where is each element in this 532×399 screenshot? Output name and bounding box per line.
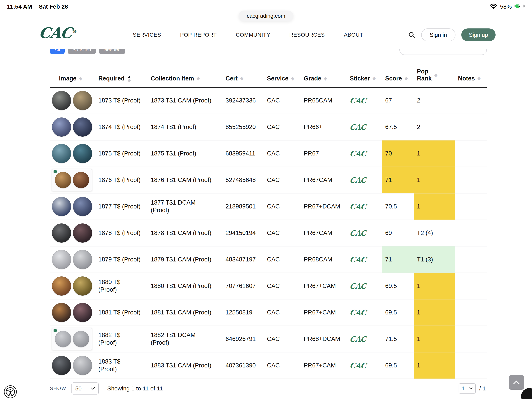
coin-images[interactable] xyxy=(52,117,95,137)
coin-images[interactable] xyxy=(52,224,95,243)
cert-cell: 407361390 xyxy=(222,352,264,379)
pop-rank-cell: T2 (4) xyxy=(414,220,455,246)
service-text: CAC xyxy=(267,203,280,210)
column-header-cert[interactable]: Cert◆ xyxy=(222,62,264,87)
nav-item-pop-report[interactable]: POP REPORT xyxy=(180,32,217,38)
table-row[interactable]: 1883 T$ (Proof) 1883 T$1 CAM (Proof) 407… xyxy=(50,352,487,379)
coin-photo xyxy=(73,117,92,137)
coin-photo xyxy=(73,172,89,188)
nav-item-about[interactable]: ABOUT xyxy=(344,32,363,38)
mini-cac-sticker xyxy=(54,329,57,332)
score-value: 71.5 xyxy=(385,335,397,342)
table-row[interactable]: 1876 T$ (Proof) 1876 T$1 CAM (Proof) 527… xyxy=(50,167,487,193)
collection-item-text: 1883 T$1 CAM (Proof) xyxy=(151,362,211,369)
column-header-sticker[interactable]: Sticker◆ xyxy=(347,62,382,87)
table-row[interactable]: 1877 T$ (Proof) 1877 T$1 DCAM (Proof) 21… xyxy=(50,193,487,220)
coin-photo xyxy=(52,117,71,137)
table-row[interactable]: 1878 T$ (Proof) 1878 T$1 CAM (Proof) 294… xyxy=(50,220,487,246)
sign-in-button[interactable]: Sign in xyxy=(421,28,456,41)
coin-images[interactable] xyxy=(52,356,95,375)
notes-cell xyxy=(455,140,487,167)
sign-up-button[interactable]: Sign up xyxy=(461,28,496,41)
coin-images[interactable] xyxy=(52,197,95,216)
column-header-pop-rank[interactable]: Pop Rank◆ xyxy=(414,62,455,87)
pagination-left: SHOW 50 Showing 1 to 11 of 11 xyxy=(50,382,163,394)
nav-item-resources[interactable]: RESOURCES xyxy=(289,32,325,38)
sticker-cell: CAC xyxy=(347,299,382,326)
page-number-select[interactable]: 1 xyxy=(459,383,476,393)
scroll-to-top-button[interactable] xyxy=(509,375,524,390)
battery-percent: 58% xyxy=(500,3,512,10)
nav-item-services[interactable]: SERVICES xyxy=(133,32,161,38)
column-header-collection-item[interactable]: Collection Item◆ xyxy=(148,62,222,87)
collection-item-cell: 1882 T$1 DCAM (Proof) xyxy=(148,326,222,352)
search-icon[interactable] xyxy=(408,31,415,39)
pop-rank-value: 1 xyxy=(417,283,420,289)
required-text: 1873 T$ (Proof) xyxy=(98,97,141,104)
collection-item-cell: 1881 T$1 CAM (Proof) xyxy=(148,299,222,326)
coin-image-cell xyxy=(50,193,95,220)
service-text: CAC xyxy=(267,283,280,289)
cac-sticker-icon: CAC xyxy=(349,255,367,264)
browser-url-pill[interactable]: cacgrading.com xyxy=(239,11,293,21)
coin-photo xyxy=(73,356,92,375)
cert-cell: 683959411 xyxy=(222,140,264,167)
current-page-value: 1 xyxy=(462,386,465,392)
score-value: 67.5 xyxy=(385,123,397,130)
grade-cell: PR67+CAM xyxy=(301,273,347,299)
site-header: CAC® SERVICES POP REPORT COMMUNITY RESOU… xyxy=(0,21,532,49)
coin-photo xyxy=(73,277,92,296)
coin-image-cell xyxy=(50,167,95,193)
accessibility-widget-button[interactable] xyxy=(4,385,17,398)
coin-images[interactable] xyxy=(52,277,95,296)
coin-images[interactable] xyxy=(52,169,95,191)
collection-item-cell: 1880 T$1 CAM (Proof) xyxy=(148,273,222,299)
column-header-notes[interactable]: Notes◆ xyxy=(455,62,487,87)
pop-rank-value: 1 xyxy=(417,176,420,183)
coin-photo xyxy=(73,224,92,243)
coin-images[interactable] xyxy=(52,328,95,350)
chevron-down-icon xyxy=(469,387,473,390)
column-header-grade[interactable]: Grade◆ xyxy=(301,62,347,87)
table-row[interactable]: 1873 T$ (Proof) 1873 T$1 CAM (Proof) 392… xyxy=(50,87,487,114)
page-size-select[interactable]: 50 xyxy=(71,382,99,394)
coin-images[interactable] xyxy=(52,144,95,163)
service-cell: CAC xyxy=(264,273,301,299)
coin-photo xyxy=(52,356,71,375)
table-row[interactable]: 1881 T$ (Proof) 1881 T$1 CAM (Proof) 125… xyxy=(50,299,487,326)
sticker-cell: CAC xyxy=(347,352,382,379)
sticker-cell: CAC xyxy=(347,246,382,273)
score-cell: 71 xyxy=(382,167,414,193)
grade-text: PR67+CAM xyxy=(304,283,336,289)
required-cell: 1879 T$ (Proof) xyxy=(95,246,148,273)
slab-photo xyxy=(52,328,92,350)
table-row[interactable]: 1875 T$ (Proof) 1875 T$1 (Proof) 6839594… xyxy=(50,140,487,167)
cert-cell: 855255920 xyxy=(222,114,264,140)
grade-text: PR68CAM xyxy=(304,256,332,263)
grade-cell: PR67+DCAM xyxy=(301,193,347,220)
pop-rank-value: T1 (3) xyxy=(417,256,433,263)
page-size-value: 50 xyxy=(75,385,82,392)
nav-item-community[interactable]: COMMUNITY xyxy=(236,32,270,38)
coin-images[interactable] xyxy=(52,250,95,269)
cac-logo[interactable]: CAC® xyxy=(38,26,77,40)
column-header-image[interactable]: Image◆ xyxy=(50,62,95,87)
cac-sticker-icon: CAC xyxy=(349,123,367,131)
score-cell: 69.5 xyxy=(382,352,414,379)
column-header-score[interactable]: Score◆ xyxy=(382,62,414,87)
coin-images[interactable] xyxy=(52,303,95,322)
coin-images[interactable] xyxy=(52,91,95,110)
column-header-service[interactable]: Service◆ xyxy=(264,62,301,87)
cert-number: 407361390 xyxy=(226,362,256,369)
cert-cell: 12550819 xyxy=(222,299,264,326)
table-row[interactable]: 1880 T$ (Proof) 1880 T$1 CAM (Proof) 707… xyxy=(50,273,487,299)
score-value: 69.5 xyxy=(385,362,397,369)
chevron-up-icon xyxy=(513,380,520,384)
table-row[interactable]: 1879 T$ (Proof) 1879 T$1 CAM (Proof) 483… xyxy=(50,246,487,273)
table-row[interactable]: 1882 T$ (Proof) 1882 T$1 DCAM (Proof) 64… xyxy=(50,326,487,352)
grade-cell: PR67+CAM xyxy=(301,352,347,379)
pop-rank-value: 1 xyxy=(417,150,420,157)
pop-rank-value: 1 xyxy=(417,362,420,369)
table-row[interactable]: 1874 T$ (Proof) 1874 T$1 (Proof) 8552559… xyxy=(50,114,487,140)
column-header-required[interactable]: Required ▲◆ xyxy=(95,62,148,87)
